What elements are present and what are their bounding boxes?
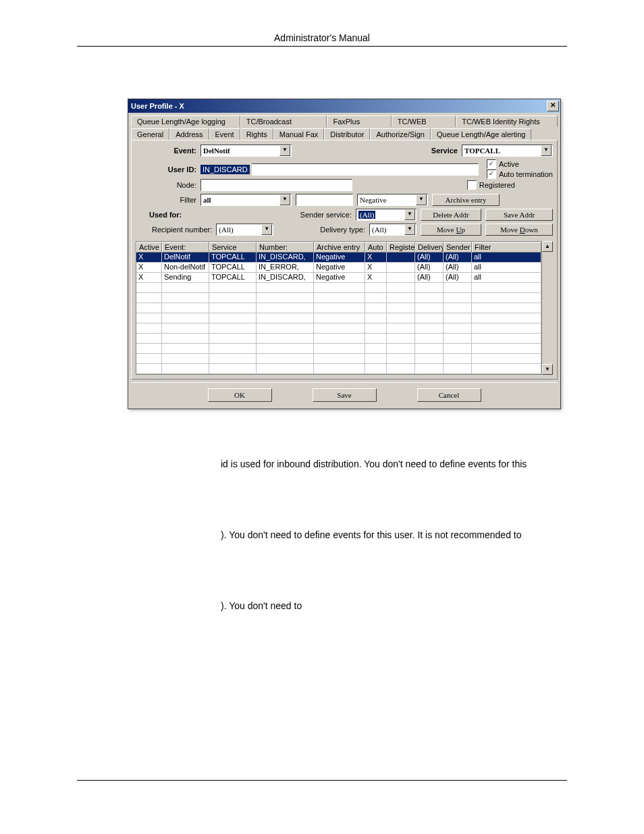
cell-auto xyxy=(365,344,387,354)
cell-delivery: (All) xyxy=(415,273,444,283)
table-row[interactable] xyxy=(136,323,541,334)
cell-sender xyxy=(444,293,472,303)
cell-archive xyxy=(314,313,365,323)
tab-tcweb-identity[interactable]: TC/WEB Identity Rights xyxy=(456,115,558,127)
tab-tcweb[interactable]: TC/WEB xyxy=(392,115,456,127)
cell-auto: X xyxy=(365,263,387,273)
sender-service-combo[interactable]: (All)▼ xyxy=(356,209,417,221)
recipient-number-label: Recipient number: xyxy=(152,226,212,234)
chevron-down-icon: ▼ xyxy=(404,224,415,235)
tabs-row-2: General Address Event Rights Manual Fax … xyxy=(128,127,560,140)
table-row[interactable] xyxy=(136,344,541,354)
vertical-scrollbar[interactable]: ▲ ▼ xyxy=(542,241,553,375)
service-combo[interactable]: TOPCALL▼ xyxy=(462,145,553,157)
tab-queue-alerting[interactable]: Queue Length/Age alerting xyxy=(431,128,532,140)
registered-checkbox[interactable]: Registered xyxy=(467,180,515,190)
tab-rights[interactable]: Rights xyxy=(240,128,273,140)
col-archive[interactable]: Archive entry xyxy=(314,242,365,253)
archive-combo[interactable]: Negative▼ xyxy=(357,194,428,206)
cell-active xyxy=(136,303,162,313)
cell-service: TOPCALL xyxy=(209,263,257,273)
table-row[interactable] xyxy=(136,354,541,364)
cell-service xyxy=(209,293,257,303)
archive-entry-button[interactable]: Archive entry xyxy=(432,194,500,206)
cell-delivery xyxy=(415,293,444,303)
cell-active xyxy=(136,344,162,354)
table-row[interactable]: XDelNotifTOPCALLIN_DISCARD,NegativeX(All… xyxy=(136,253,541,263)
col-service[interactable]: Service xyxy=(209,242,257,253)
scroll-up-icon[interactable]: ▲ xyxy=(542,241,553,252)
checkbox-icon xyxy=(467,180,477,190)
close-icon[interactable]: ✕ xyxy=(547,101,559,111)
cell-event xyxy=(162,364,209,374)
tab-queue-logging[interactable]: Queue Length/Age logging xyxy=(131,115,240,127)
tab-manual-fax[interactable]: Manual Fax xyxy=(273,128,324,140)
cell-auto xyxy=(365,283,387,293)
userid-input-extra[interactable] xyxy=(252,163,479,176)
col-registe[interactable]: Registe xyxy=(387,242,415,253)
archive-combo-value: Negative xyxy=(360,196,387,204)
tab-authorize-sign[interactable]: Authorize/Sign xyxy=(370,128,431,140)
tab-distributor[interactable]: Distributor xyxy=(324,128,370,140)
move-down-button[interactable]: Move Down xyxy=(485,224,553,236)
col-event[interactable]: Event: xyxy=(162,242,209,253)
cell-sender xyxy=(444,323,472,334)
tab-faxplus[interactable]: FaxPlus xyxy=(327,115,391,127)
cell-active xyxy=(136,364,162,374)
move-up-button[interactable]: Move Up xyxy=(421,224,481,236)
col-filter[interactable]: Filter xyxy=(472,242,541,253)
tab-tc-broadcast[interactable]: TC/Broadcast xyxy=(240,115,327,127)
table-row[interactable]: XNon-delNotifTOPCALLIN_ERROR,NegativeX(A… xyxy=(136,263,541,273)
filter-input-2[interactable] xyxy=(296,194,353,206)
checkbox-icon: ✓ xyxy=(487,170,496,179)
cancel-button[interactable]: Cancel xyxy=(417,388,481,402)
table-row[interactable] xyxy=(136,293,541,303)
chevron-down-icon: ▼ xyxy=(279,194,290,205)
table-row[interactable] xyxy=(136,303,541,313)
col-sender[interactable]: Sender xyxy=(444,242,472,253)
tab-general[interactable]: General xyxy=(131,128,169,140)
node-input[interactable] xyxy=(200,179,352,191)
auto-termination-checkbox[interactable]: ✓Auto termination xyxy=(487,170,553,179)
cell-service xyxy=(209,283,257,293)
col-auto[interactable]: Auto xyxy=(365,242,387,253)
checkbox-icon: ✓ xyxy=(487,159,496,169)
table-row[interactable] xyxy=(136,283,541,293)
recipient-number-value: (All) xyxy=(219,226,233,234)
filter-combo[interactable]: all▼ xyxy=(200,194,292,206)
cell-filter xyxy=(472,313,541,323)
delivery-type-combo[interactable]: (All)▼ xyxy=(369,224,417,236)
ok-button[interactable]: OK xyxy=(208,388,272,402)
col-delivery[interactable]: Delivery xyxy=(415,242,444,253)
active-checkbox[interactable]: ✓Active xyxy=(487,159,553,169)
table-row[interactable] xyxy=(136,313,541,323)
cell-registe xyxy=(387,313,415,323)
table-row[interactable] xyxy=(136,364,541,374)
footer-rule xyxy=(77,780,567,781)
delivery-type-label: Delivery type: xyxy=(320,226,365,234)
table-row[interactable] xyxy=(136,334,541,344)
delete-addr-button[interactable]: Delete Addr xyxy=(421,209,481,221)
cell-sender xyxy=(444,334,472,344)
cell-number xyxy=(257,303,314,313)
scroll-down-icon[interactable]: ▼ xyxy=(542,364,553,375)
cell-filter xyxy=(472,344,541,354)
tab-address[interactable]: Address xyxy=(169,128,209,140)
recipient-number-combo[interactable]: (All)▼ xyxy=(216,224,273,236)
cell-archive: Negative xyxy=(314,263,365,273)
tab-event[interactable]: Event xyxy=(209,128,240,140)
cell-active xyxy=(136,354,162,364)
table-row[interactable]: XSendingTOPCALLIN_DISCARD,NegativeX(All)… xyxy=(136,273,541,283)
cell-service: TOPCALL xyxy=(209,253,257,263)
userid-value[interactable]: IN_DISCARD xyxy=(200,165,250,174)
col-active[interactable]: Active xyxy=(136,242,162,253)
event-combo[interactable]: DelNotif▼ xyxy=(200,145,292,157)
cell-number xyxy=(257,364,314,374)
save-addr-button[interactable]: Save Addr xyxy=(485,209,553,221)
save-button[interactable]: Save xyxy=(313,388,377,402)
chevron-down-icon: ▼ xyxy=(261,224,272,235)
cell-filter: all xyxy=(472,263,541,273)
chevron-down-icon: ▼ xyxy=(404,209,415,220)
col-number[interactable]: Number: xyxy=(257,242,314,253)
cell-service xyxy=(209,334,257,344)
